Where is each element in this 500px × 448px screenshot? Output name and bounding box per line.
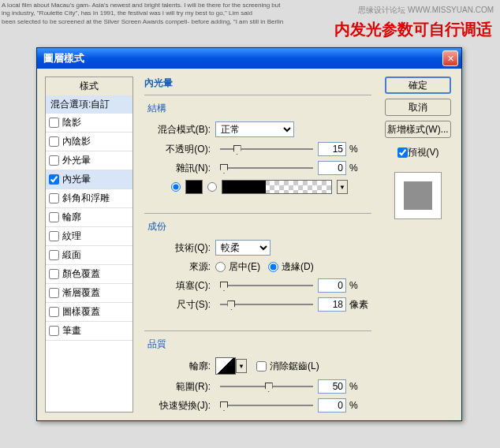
style-label: 外光暈 [62, 154, 91, 167]
style-checkbox[interactable] [49, 326, 59, 336]
choke-slider[interactable] [220, 280, 313, 291]
watermark: 思缘设计论坛 WWW.MISSYUAN.COM [358, 5, 494, 16]
quality-label: 品質 [147, 338, 368, 351]
close-button[interactable]: ✕ [442, 50, 458, 66]
style-checkbox[interactable] [49, 155, 59, 166]
blend-options-link[interactable]: 混合選項:自訂 [45, 95, 133, 114]
style-label: 輪廓 [62, 211, 81, 224]
color-swatch[interactable] [185, 180, 203, 194]
style-item-5[interactable]: 輪廓 [46, 208, 132, 227]
style-label: 紋理 [62, 230, 81, 243]
size-label: 尺寸(S): [147, 298, 211, 312]
style-label: 圖樣覆蓋 [62, 305, 100, 319]
style-checkbox[interactable] [49, 288, 59, 298]
source-label: 來源: [147, 260, 211, 274]
contour-label: 輪廓: [147, 360, 211, 373]
ok-button[interactable]: 確定 [385, 77, 451, 94]
style-item-11[interactable]: 筆畫 [46, 322, 132, 341]
style-checkbox[interactable] [49, 174, 59, 185]
style-label: 顏色覆蓋 [62, 267, 100, 281]
style-item-1[interactable]: 內陰影 [46, 133, 132, 151]
noise-slider[interactable] [220, 162, 313, 174]
contour-dropdown[interactable]: ▼ [236, 359, 247, 373]
technique-select[interactable]: 較柔 [215, 240, 271, 256]
size-slider[interactable] [220, 299, 313, 310]
opacity-input[interactable] [318, 142, 346, 156]
noise-input[interactable] [318, 161, 346, 175]
style-item-2[interactable]: 外光暈 [46, 151, 132, 170]
styles-panel: 樣式 混合選項:自訂 陰影內陰影外光暈內光暈斜角和浮雕輪廓紋理緞面顏色覆蓋漸層覆… [45, 77, 133, 413]
style-label: 緞面 [62, 248, 81, 262]
jitter-label: 快速變換(J): [147, 399, 211, 413]
style-item-8[interactable]: 顏色覆蓋 [46, 265, 132, 284]
preview-checkbox[interactable]: 預視(V) [397, 146, 439, 159]
style-checkbox[interactable] [49, 193, 59, 203]
style-label: 筆畫 [62, 324, 81, 338]
style-item-9[interactable]: 漸層覆蓋 [46, 284, 132, 303]
choke-label: 填塞(C): [147, 279, 211, 293]
styles-list: 陰影內陰影外光暈內光暈斜角和浮雕輪廓紋理緞面顏色覆蓋漸層覆蓋圖樣覆蓋筆畫 [45, 114, 133, 413]
quality-group: 品質 輪廓: ▼ 消除鋸齒(L) 範圍(R): % 快速變換(J): [144, 330, 371, 427]
gradient-radio[interactable] [207, 182, 217, 192]
noise-label: 雜訊(N): [147, 162, 211, 175]
blend-mode-label: 混合模式(B): [147, 123, 211, 136]
structure-label: 結構 [147, 102, 368, 115]
gradient-dropdown[interactable]: ▼ [337, 180, 348, 194]
style-checkbox[interactable] [49, 231, 59, 241]
style-label: 斜角和浮雕 [62, 192, 110, 205]
source-center-radio[interactable]: 居中(E) [215, 260, 260, 274]
gradient-picker[interactable] [222, 180, 332, 194]
style-item-10[interactable]: 圖樣覆蓋 [46, 303, 132, 322]
style-checkbox[interactable] [49, 269, 59, 279]
style-label: 漸層覆蓋 [62, 286, 100, 300]
range-input[interactable] [318, 379, 346, 394]
style-checkbox[interactable] [49, 118, 59, 128]
style-checkbox[interactable] [49, 250, 59, 260]
style-item-0[interactable]: 陰影 [46, 114, 132, 133]
style-label: 內陰影 [62, 135, 91, 148]
elements-label: 成份 [147, 220, 368, 233]
settings-panel: 內光暈 結構 混合模式(B): 正常 不透明(O): % 雜訊(N): [140, 77, 376, 413]
styles-header[interactable]: 樣式 [45, 77, 133, 95]
antialias-checkbox[interactable]: 消除鋸齒(L) [256, 360, 319, 373]
size-input[interactable] [318, 297, 346, 312]
choke-input[interactable] [318, 278, 346, 293]
blend-mode-select[interactable]: 正常 [215, 121, 294, 137]
style-checkbox[interactable] [49, 307, 59, 317]
titlebar: 圖層樣式 ✕ [37, 48, 461, 69]
range-slider[interactable] [220, 381, 313, 392]
opacity-label: 不透明(O): [147, 143, 211, 156]
cancel-button[interactable]: 取消 [385, 99, 451, 116]
elements-group: 成份 技術(Q): 較柔 來源: 居中(E) 邊緣(D) 填塞(C): % [144, 213, 371, 326]
jitter-input[interactable] [318, 398, 346, 413]
opacity-slider[interactable] [220, 144, 313, 155]
buttons-panel: 確定 取消 新增樣式(W)... 預視(V) [382, 77, 453, 413]
range-label: 範圍(R): [147, 380, 211, 394]
jitter-slider[interactable] [220, 400, 313, 411]
dialog-title: 圖層樣式 [43, 51, 442, 65]
preview-thumbnail [394, 172, 442, 219]
section-title: 內光暈 [144, 77, 371, 90]
style-item-4[interactable]: 斜角和浮雕 [46, 189, 132, 208]
new-style-button[interactable]: 新增樣式(W)... [385, 121, 451, 138]
style-item-3[interactable]: 內光暈 [46, 170, 132, 189]
contour-picker[interactable] [215, 357, 236, 375]
style-checkbox[interactable] [49, 136, 59, 147]
style-item-7[interactable]: 緞面 [46, 246, 132, 265]
style-label: 內光暈 [62, 173, 91, 186]
annotation-note: 内发光参数可自行调适 [334, 19, 492, 40]
source-edge-radio[interactable]: 邊緣(D) [268, 260, 314, 274]
style-item-6[interactable]: 紋理 [46, 227, 132, 246]
solid-color-radio[interactable] [171, 182, 181, 192]
style-label: 陰影 [62, 116, 81, 129]
structure-group: 結構 混合模式(B): 正常 不透明(O): % 雜訊(N): % [144, 95, 371, 208]
style-checkbox[interactable] [49, 212, 59, 222]
technique-label: 技術(Q): [147, 241, 211, 255]
layer-style-dialog: 圖層樣式 ✕ 樣式 混合選項:自訂 陰影內陰影外光暈內光暈斜角和浮雕輪廓紋理緞面… [36, 47, 462, 421]
